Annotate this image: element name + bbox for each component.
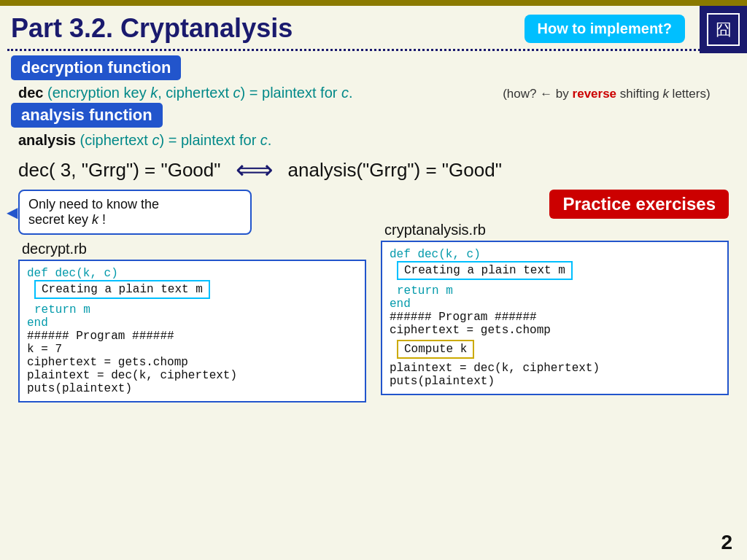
r-code-line-7: Compute k: [397, 340, 720, 359]
analysis-body: (ciphertext c) = plaintext for c.: [80, 132, 272, 148]
inner-box-yellow-right: Compute k: [397, 340, 474, 359]
left-file-label: decrypt.rb: [22, 241, 366, 257]
decryption-label: decryption function: [11, 55, 181, 80]
r-code-line-6: ciphertext = gets.chomp: [390, 324, 720, 337]
r-code-line-2: Creating a plain text m: [397, 261, 720, 280]
bubble-text: Only need to know thesecret key k !: [28, 197, 159, 227]
r-code-line-1: def dec(k, c): [390, 248, 720, 261]
code-line-1: def dec(k, c): [27, 267, 357, 280]
equation-row: dec( 3, "Grrg") = "Good" ⟺ analysis("Grr…: [11, 155, 736, 185]
r-code-line-9: puts(plaintext): [390, 375, 720, 388]
page-number: 2: [721, 531, 732, 554]
analysis-definition: analysis (ciphertext c) = plaintext for …: [18, 132, 736, 149]
header: Part 3.2. Cryptanalysis How to implement…: [0, 6, 747, 47]
page-title: Part 3.2. Cryptanalysis: [11, 13, 293, 44]
code-line-5: ###### Program ######: [27, 330, 357, 343]
logo-icon: 囧: [707, 13, 740, 46]
analysis-keyword: analysis: [18, 132, 76, 148]
dec-body: (encryption key k, ciphertext c) = plain…: [47, 85, 353, 101]
left-code-box: def dec(k, c) Creating a plain text m re…: [18, 260, 366, 402]
code-line-4: end: [27, 316, 357, 330]
inner-box-cyan-left: Creating a plain text m: [34, 280, 210, 299]
equation-right: analysis("Grrg") = "Good": [288, 159, 502, 182]
two-column-layout: Only need to know thesecret key k ! decr…: [11, 190, 736, 402]
code-line-3: return m: [34, 303, 357, 316]
code-line-2: Creating a plain text m: [34, 280, 357, 299]
inner-box-cyan-right: Creating a plain text m: [397, 261, 573, 280]
r-code-line-5: ###### Program ######: [390, 311, 720, 324]
left-column: Only need to know thesecret key k ! decr…: [18, 190, 366, 402]
dec-definition: dec (encryption key k, ciphertext c) = p…: [18, 85, 736, 101]
decryption-badge: decryption function: [11, 55, 736, 83]
practice-button[interactable]: Practice exercises: [549, 190, 729, 219]
equation-left: dec( 3, "Grrg") = "Good": [18, 159, 221, 182]
code-line-6: k = 7: [27, 343, 357, 356]
analysis-badge: analysis function: [11, 103, 736, 131]
code-line-8: plaintext = dec(k, ciphertext): [27, 369, 357, 382]
practice-row: Practice exercises: [381, 190, 729, 219]
right-file-label: cryptanalysis.rb: [384, 222, 729, 238]
code-line-9: puts(plaintext): [27, 382, 357, 395]
how-note: (how? ← by reverse shifting k letters): [503, 87, 710, 101]
tokyo-tech-logo: 囧: [700, 6, 747, 53]
r-code-line-4: end: [390, 298, 720, 311]
code-line-7: ciphertext = gets.chomp: [27, 356, 357, 369]
separator: [7, 49, 740, 51]
analysis-label: analysis function: [11, 103, 163, 128]
r-code-line-8: plaintext = dec(k, ciphertext): [390, 362, 720, 375]
right-column: Practice exercises cryptanalysis.rb def …: [381, 190, 729, 402]
arrow-icon: ⟺: [236, 155, 274, 185]
top-bar: [0, 0, 747, 6]
how-to-button[interactable]: How to implement?: [525, 15, 685, 43]
r-code-line-3: return m: [397, 284, 720, 298]
speech-bubble: Only need to know thesecret key k !: [18, 190, 252, 235]
dec-keyword: dec: [18, 85, 43, 101]
right-code-box: def dec(k, c) Creating a plain text m re…: [381, 241, 729, 395]
main-content: decryption function dec (encryption key …: [0, 55, 747, 402]
